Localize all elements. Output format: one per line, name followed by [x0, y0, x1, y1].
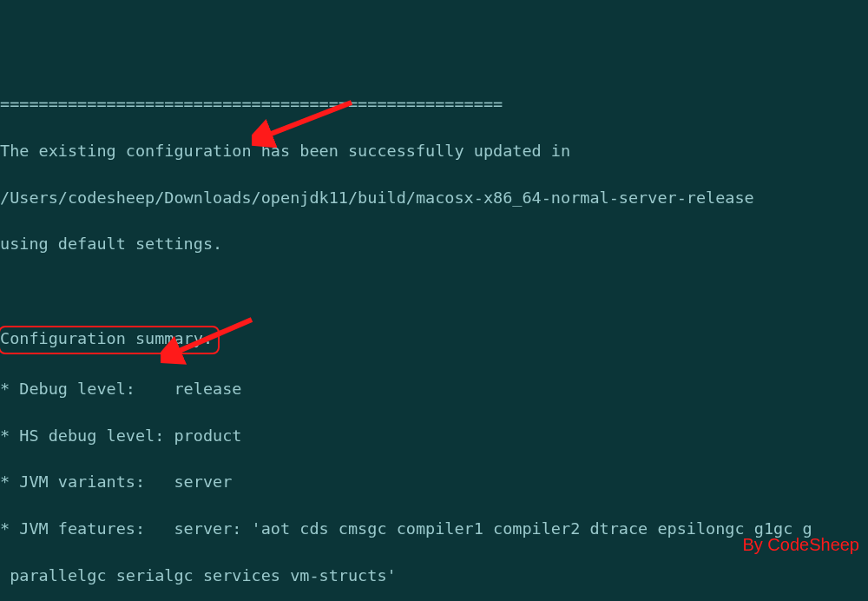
config-summary-header: Configuration summary:: [0, 326, 220, 354]
config-hs-debug-level: * HS debug level: product: [0, 425, 868, 448]
intro-line-1: The existing configuration has been succ…: [0, 140, 868, 163]
intro-line-3: using default settings.: [0, 233, 868, 256]
config-jvm-features-2: parallelgc serialgc services vm-structs': [0, 565, 868, 588]
watermark-text: By CodeSheep: [742, 532, 859, 558]
config-summary-header-row: Configuration summary:: [0, 326, 868, 354]
blank-line: [0, 280, 868, 303]
intro-line-2-path: /Users/codesheep/Downloads/openjdk11/bui…: [0, 187, 868, 210]
config-jvm-features-1: * JVM features: server: 'aot cds cmsgc c…: [0, 518, 868, 541]
config-jvm-variants: * JVM variants: server: [0, 471, 868, 494]
config-debug-level: * Debug level: release: [0, 378, 868, 401]
separator-line: ========================================…: [0, 93, 868, 116]
